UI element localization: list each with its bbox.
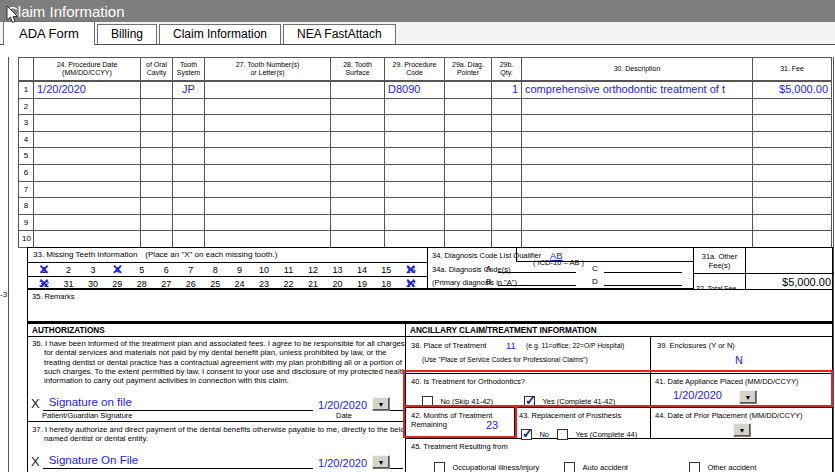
- cell-tooth_surface[interactable]: [331, 132, 385, 149]
- cell-tooth_system[interactable]: [173, 215, 205, 232]
- diagnosis-slot-b-field[interactable]: [498, 277, 576, 286]
- cell-description[interactable]: [522, 99, 753, 116]
- cell-tooth_numbers[interactable]: [205, 115, 331, 132]
- other-fee-value[interactable]: [746, 248, 834, 273]
- orthodontics-yes-checkbox[interactable]: ✓: [524, 396, 535, 407]
- cell-qty[interactable]: [492, 148, 522, 165]
- cell-tooth_surface[interactable]: [331, 198, 385, 215]
- tooth-20[interactable]: 20✕: [330, 279, 344, 289]
- cell-diag_pointer[interactable]: [445, 115, 492, 132]
- tab-claim-information[interactable]: Claim Information: [159, 24, 281, 44]
- cell-qty[interactable]: [492, 99, 522, 116]
- cell-fee[interactable]: [753, 198, 832, 215]
- signature-37-field[interactable]: Signature On File: [49, 454, 139, 466]
- tooth-2[interactable]: 2✕: [61, 265, 75, 275]
- cell-description[interactable]: [522, 182, 753, 199]
- cell-tooth_numbers[interactable]: [205, 82, 331, 99]
- cell-qty[interactable]: [492, 231, 522, 248]
- tooth-32[interactable]: 32✕: [37, 279, 51, 289]
- cell-date[interactable]: [34, 198, 141, 215]
- cell-description[interactable]: [522, 132, 753, 149]
- cell-description[interactable]: [522, 231, 753, 248]
- cell-tooth_numbers[interactable]: [205, 198, 331, 215]
- cell-tooth_system[interactable]: [173, 132, 205, 149]
- occupational-illness-checkbox[interactable]: [434, 462, 445, 472]
- cell-diag_pointer[interactable]: [445, 165, 492, 182]
- tooth-16[interactable]: 16✕: [404, 265, 418, 275]
- cell-tooth_system[interactable]: [173, 99, 205, 116]
- cell-tooth_surface[interactable]: [331, 215, 385, 232]
- cell-date[interactable]: [34, 215, 141, 232]
- months-of-treatment-value[interactable]: 23: [486, 419, 498, 431]
- cell-code[interactable]: [385, 215, 445, 232]
- cell-tooth_numbers[interactable]: [205, 215, 331, 232]
- tooth-12[interactable]: 12✕: [306, 265, 320, 275]
- cell-code[interactable]: [385, 165, 445, 182]
- cell-description[interactable]: [522, 198, 753, 215]
- cell-tooth_surface[interactable]: [331, 99, 385, 116]
- cell-fee[interactable]: $5,000.00: [753, 82, 832, 99]
- cell-diag_pointer[interactable]: [445, 82, 492, 99]
- cell-tooth_system[interactable]: [173, 198, 205, 215]
- cell-diag_pointer[interactable]: [445, 215, 492, 232]
- tooth-9[interactable]: 9✕: [233, 265, 247, 275]
- cell-date[interactable]: [34, 182, 141, 199]
- cell-code[interactable]: [385, 198, 445, 215]
- cell-qty[interactable]: [492, 115, 522, 132]
- cell-oral_cavity[interactable]: [141, 165, 173, 182]
- cell-code[interactable]: [385, 231, 445, 248]
- tab-billing[interactable]: Billing: [97, 24, 157, 44]
- cell-oral_cavity[interactable]: [141, 132, 173, 149]
- signature-36-date[interactable]: 1/20/2020: [318, 399, 367, 411]
- cell-oral_cavity[interactable]: [141, 99, 173, 116]
- tooth-6[interactable]: 6✕: [159, 265, 173, 275]
- cell-diag_pointer[interactable]: [445, 231, 492, 248]
- cell-oral_cavity[interactable]: [141, 115, 173, 132]
- cell-qty[interactable]: 1: [492, 82, 522, 99]
- cell-qty[interactable]: [492, 198, 522, 215]
- cell-date[interactable]: [34, 115, 141, 132]
- cell-tooth_system[interactable]: [173, 115, 205, 132]
- cell-fee[interactable]: [753, 148, 832, 165]
- tooth-19[interactable]: 19✕: [355, 279, 369, 289]
- cell-oral_cavity[interactable]: [141, 231, 173, 248]
- cell-description[interactable]: [522, 215, 753, 232]
- cell-diag_pointer[interactable]: [445, 99, 492, 116]
- cell-tooth_numbers[interactable]: [205, 132, 331, 149]
- other-accident-checkbox[interactable]: [689, 462, 700, 472]
- cell-code[interactable]: [385, 182, 445, 199]
- date-appliance-placed-dropdown[interactable]: ▼: [739, 390, 757, 404]
- cell-oral_cavity[interactable]: [141, 215, 173, 232]
- cell-tooth_surface[interactable]: [331, 165, 385, 182]
- cell-tooth_numbers[interactable]: [205, 182, 331, 199]
- cell-tooth_surface[interactable]: [331, 231, 385, 248]
- cell-tooth_numbers[interactable]: [205, 165, 331, 182]
- cell-description[interactable]: comprehensive orthodontic treatment of t: [522, 82, 753, 99]
- cell-fee[interactable]: [753, 231, 832, 248]
- cell-tooth_surface[interactable]: [331, 148, 385, 165]
- cell-oral_cavity[interactable]: [141, 198, 173, 215]
- signature-37-date[interactable]: 1/20/2020: [318, 457, 367, 469]
- cell-qty[interactable]: [492, 182, 522, 199]
- cell-date[interactable]: [34, 132, 141, 149]
- tooth-26[interactable]: 26✕: [184, 279, 198, 289]
- tooth-17[interactable]: 17✕: [404, 279, 418, 289]
- cell-fee[interactable]: [753, 115, 832, 132]
- cell-description[interactable]: [522, 148, 753, 165]
- cell-tooth_system[interactable]: [173, 165, 205, 182]
- cell-oral_cavity[interactable]: [141, 82, 173, 99]
- cell-tooth_system[interactable]: JP: [173, 82, 205, 99]
- cell-code[interactable]: [385, 115, 445, 132]
- cell-code[interactable]: [385, 148, 445, 165]
- cell-code[interactable]: [385, 99, 445, 116]
- tooth-1[interactable]: 1✕: [37, 265, 51, 275]
- enclosures-value[interactable]: N: [735, 354, 743, 366]
- cell-oral_cavity[interactable]: [141, 182, 173, 199]
- cell-date[interactable]: [34, 148, 141, 165]
- cell-tooth_system[interactable]: [173, 148, 205, 165]
- tooth-4[interactable]: 4✕: [110, 265, 124, 275]
- tooth-30[interactable]: 30✕: [86, 279, 100, 289]
- signature-36-field[interactable]: Signature on file: [49, 396, 132, 408]
- orthodontics-no-checkbox[interactable]: [422, 396, 433, 407]
- tooth-8[interactable]: 8✕: [208, 265, 222, 275]
